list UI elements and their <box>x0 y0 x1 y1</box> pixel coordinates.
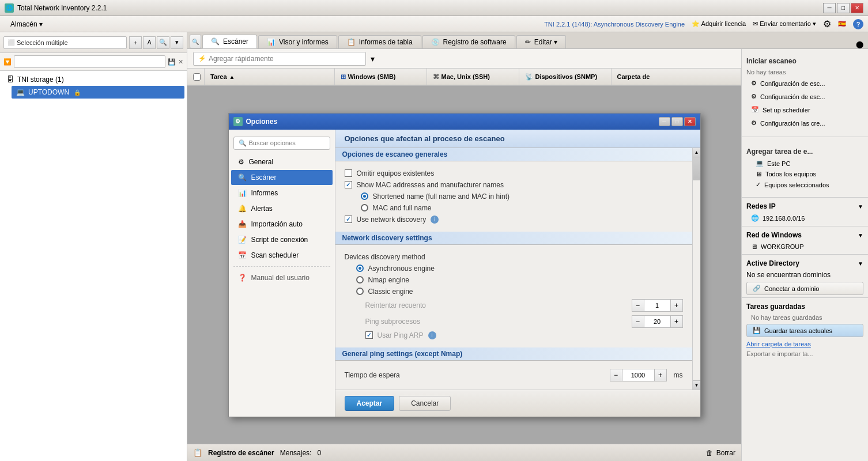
help-icon[interactable]: ? <box>853 19 863 29</box>
config-scan-btn-1[interactable]: ⚙ Configuración de esc... <box>746 77 863 90</box>
modal-scrollbar[interactable]: ▲ ▼ <box>692 148 700 390</box>
expand-icon[interactable]: ⬤ <box>856 40 863 48</box>
title-bar-controls: ─ □ ✕ <box>823 3 863 13</box>
scroll-up-button[interactable]: ▲ <box>693 148 700 157</box>
scroll-down-button[interactable]: ▼ <box>693 380 700 390</box>
almacen-menu[interactable]: Almacén ▾ <box>5 18 48 31</box>
add-text-button[interactable]: A <box>143 36 156 49</box>
scroll-thumb[interactable] <box>693 157 700 180</box>
search-button[interactable]: 🔍 <box>157 36 169 49</box>
nav-item-scheduler[interactable]: 📅 Scan scheduler <box>231 248 333 263</box>
settings-icon[interactable]: ⚙ <box>823 18 831 29</box>
mac-full-name-radio[interactable] <box>361 204 368 211</box>
saved-tasks-collapsible[interactable]: Tareas guardadas <box>742 300 868 313</box>
nav-item-importacion[interactable]: 📥 Importación auto <box>231 217 333 232</box>
timeout-increment[interactable]: + <box>654 369 667 381</box>
workgroup-item[interactable]: 🖥 WORKGROUP <box>742 241 868 252</box>
cancel-button[interactable]: Cancelar <box>399 396 451 411</box>
nav-item-script[interactable]: 📝 Script de conexión <box>231 232 333 247</box>
tab-viewer[interactable]: 📊 Visor y informes <box>258 35 337 48</box>
config-cre-btn[interactable]: ⚙ Configuración las cre... <box>746 116 863 130</box>
acquire-license[interactable]: ⭐ Adquirir licencia <box>692 20 746 28</box>
col-task-header[interactable]: Tarea ▲ <box>205 69 335 85</box>
usar-ping-arp-info[interactable]: i <box>428 331 436 339</box>
quick-add-dropdown[interactable]: ▾ <box>371 54 375 63</box>
accept-button[interactable]: Aceptar <box>345 396 395 411</box>
windows-net-collapsible[interactable]: Red de Windows ▼ <box>742 229 868 241</box>
nav-item-help[interactable]: ❓ Manual del usuario <box>231 270 333 285</box>
section-general-options: Opciones de escaneo generales <box>335 148 692 161</box>
col-mac-header[interactable]: ⌘ Mac, Unix (SSH) <box>427 69 519 85</box>
tab-table-reports[interactable]: 📋 Informes de tabla <box>338 35 421 48</box>
save-tasks-btn[interactable]: 💾 Guardar tareas actuales <box>746 324 863 337</box>
reintentar-input[interactable] <box>644 299 670 312</box>
workgroup-icon: 🖥 <box>751 243 757 250</box>
network-discovery-label: Use network discovery <box>357 216 427 224</box>
nav-item-scanner[interactable]: 🔍 Escáner <box>231 170 333 185</box>
nmap-engine-label: Nmap engine <box>368 276 409 284</box>
este-pc-item[interactable]: 💻 Este PC <box>746 158 863 169</box>
col-snmp-header[interactable]: 📡 Dispositivos (SNMP) <box>519 69 612 85</box>
config-scan-btn-2[interactable]: ⚙ Configuración de esc... <box>746 90 863 103</box>
maximize-button[interactable]: □ <box>837 3 850 13</box>
ping-subprocesos-input[interactable] <box>644 315 670 328</box>
add-ip-button[interactable]: + <box>129 36 142 49</box>
network-discovery-info[interactable]: i <box>431 216 439 224</box>
modal-scroll-area[interactable]: Opciones de escaneo generales Omitir equ… <box>335 148 692 390</box>
ip-networks-collapsible[interactable]: Redes IP ▼ <box>742 200 868 213</box>
feedback-btn[interactable]: ✉ Enviar comentario ▾ <box>753 20 816 28</box>
modal-content-header: Opciones que afectan al proceso de escan… <box>335 130 700 148</box>
minimize-button[interactable]: ─ <box>823 3 836 13</box>
equipos-sel-item[interactable]: ✓ Equipos seleccionados <box>746 179 863 190</box>
tree-item-tni-storage[interactable]: 🗄 TNI storage (1) <box>2 73 184 86</box>
classic-engine-radio[interactable] <box>356 288 364 295</box>
tni-link[interactable]: TNI 2.2.1 (1448): Asynchronous Discovery… <box>544 21 685 28</box>
network-discovery-checkbox[interactable] <box>345 216 352 223</box>
shortened-name-radio[interactable] <box>361 192 368 200</box>
modal-maximize-button[interactable]: □ <box>671 117 683 126</box>
modal-minimize-button[interactable]: ─ <box>659 117 670 126</box>
nav-item-informes[interactable]: 📊 Informes <box>231 186 333 201</box>
flag-icon[interactable]: 🇪🇸 <box>838 20 846 28</box>
timeout-decrement[interactable]: − <box>610 369 622 381</box>
ping-subprocesos-increment[interactable]: + <box>670 315 683 328</box>
tab-edit[interactable]: ✏ Editar ▾ <box>516 35 567 48</box>
active-directory-collapsible[interactable]: Active Directory ▼ <box>742 257 868 270</box>
tab-scanner[interactable]: 🔍 Escáner <box>202 35 257 48</box>
ip-network-item[interactable]: 🌐 192.168.0.0/16 <box>742 213 868 224</box>
close-button[interactable]: ✕ <box>851 3 863 13</box>
col-windows-header[interactable]: ⊞ Windows (SMB) <box>335 69 427 85</box>
save-filter-icon[interactable]: 💾 <box>168 58 176 66</box>
todos-equipos-item[interactable]: 🖥 Todos los equipos <box>746 169 863 179</box>
show-mac-checkbox[interactable] <box>345 181 352 188</box>
nav-item-general[interactable]: ⚙ General <box>231 154 333 169</box>
classic-engine-row: Classic engine <box>356 288 683 296</box>
tab-nav-icon[interactable]: 🔍 <box>190 35 201 48</box>
nav-item-alertas[interactable]: 🔔 Alertas <box>231 201 333 216</box>
nmap-engine-radio[interactable] <box>356 276 364 284</box>
modal-close-button[interactable]: ✕ <box>684 117 696 126</box>
col-folder-header[interactable]: Carpeta de <box>612 69 742 85</box>
reintentar-decrement[interactable]: − <box>632 299 644 312</box>
help-nav-icon: ❓ <box>238 274 247 282</box>
modal-search-box[interactable]: 🔍 <box>233 137 330 150</box>
ping-subprocesos-decrement[interactable]: − <box>632 315 644 328</box>
modal-search-input[interactable] <box>249 139 329 146</box>
omitir-checkbox[interactable] <box>345 169 352 177</box>
tree-item-uptodown[interactable]: 💻 UPTODOWN 🔒 <box>12 86 184 99</box>
select-all-checkbox[interactable] <box>193 73 201 81</box>
open-folder-link[interactable]: Abrir carpeta de tareas <box>742 339 868 349</box>
filter-input[interactable] <box>14 55 165 68</box>
timeout-input[interactable] <box>622 369 654 381</box>
clear-filter-icon[interactable]: ✕ <box>178 58 183 66</box>
connect-domain-btn[interactable]: 🔗 Conectar a dominio <box>746 282 863 295</box>
reintentar-increment[interactable]: + <box>670 299 683 312</box>
delete-button[interactable]: 🗑 Borrar <box>706 449 735 457</box>
show-mac-row: Show MAC addresses and manufacturer name… <box>345 181 683 189</box>
async-engine-radio[interactable] <box>356 264 364 272</box>
usar-ping-arp-checkbox[interactable] <box>365 331 373 339</box>
tab-software[interactable]: 💿 Registro de software <box>422 35 515 48</box>
filter-button[interactable]: ▾ <box>171 36 183 49</box>
quick-add-input[interactable] <box>209 55 361 63</box>
setup-scheduler-btn[interactable]: 📅 Set up scheduler <box>746 103 863 116</box>
